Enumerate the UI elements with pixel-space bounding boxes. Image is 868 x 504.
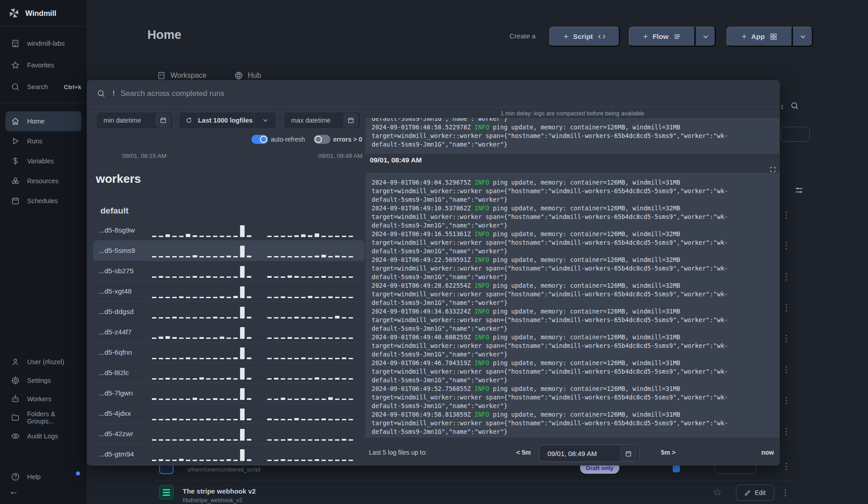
log-line: 2024-09-01T06:49:16.551361Z INFO ping up… [372,230,773,238]
worker-row-d5-gtm94[interactable]: ...d5-gtm94 [93,444,364,465]
sidebar-item-settings[interactable]: Settings [0,371,87,390]
worker-row-d5-7lgwn[interactable]: ...d5-7lgwn [93,383,364,404]
log-block-current: 2024-09-01T06:49:04.529675Z INFO ping up… [365,173,779,437]
worker-row-d5-z44f7[interactable]: ...d5-z44f7 [93,322,364,342]
worker-row-d5-l82lc[interactable]: ...d5-l82lc [93,363,364,383]
log-datetime-input[interactable]: 09/01, 08:49 AM [539,445,639,462]
help-icon [11,472,20,481]
log-line: target=windmill_worker::worker span={"ho… [372,213,773,221]
worker-row-d5-sb275[interactable]: ...d5-sb275 [93,261,364,281]
sidebar-item-variables[interactable]: Variables [5,151,81,171]
logfiles-selector[interactable]: Last 1000 logfiles [179,112,277,129]
sidebar-bottom-group: User (rfiszel)SettingsWorkersFolders & G… [0,352,87,445]
eye-icon [11,432,20,441]
sidebar-item-home[interactable]: Home [5,111,81,131]
app-dropdown-button[interactable] [793,27,813,47]
favorite-star-icon[interactable]: ☆ [712,486,722,498]
back-5m-button[interactable]: < 5m [516,449,531,456]
worker-activity-sparkline [152,285,355,298]
worker-activity-sparkline [152,447,355,461]
sidebar-item-resources[interactable]: Resources [5,171,81,191]
search-bar: ! [87,80,780,107]
worker-row-d5-xgt48[interactable]: ...d5-xgt48 [93,281,364,302]
calendar-icon[interactable] [156,114,170,127]
sidebar-item-runs[interactable]: Runs [5,131,81,151]
log-line: target=windmill_worker::worker span={"ho… [372,316,773,324]
log-datetime-value: 09/01, 08:49 AM [539,450,597,457]
worker-activity-sparkline [152,264,355,278]
kebab-menu-icon[interactable]: ⋮ [782,427,791,436]
expand-icon[interactable] [769,166,776,173]
kebab-menu-icon[interactable]: ⋮ [782,462,791,471]
globe-icon [234,71,243,80]
worker-row-d5-6qfnn[interactable]: ...d5-6qfnn [93,342,364,363]
sidebar-item-label: Resources [27,177,58,185]
calendar-icon[interactable] [344,114,358,127]
calendar-icon[interactable] [620,447,637,461]
dollar-icon [11,157,20,166]
plus-icon: + [563,32,568,42]
sidebar-item-audit-logs[interactable]: Audit Logs [0,427,87,445]
kebab-menu-icon[interactable]: ⋮ [782,303,791,312]
sidebar-item-favorites[interactable]: Favorites [0,54,87,76]
search-input[interactable] [121,89,780,98]
errors-toggle[interactable] [314,135,330,144]
log-line: 2024-09-01T06:48:58.522978Z INFO ping up… [372,123,773,132]
sidebar-item-label: Favorites [27,62,54,69]
sidebar-item-label: windmill-labs [27,40,65,47]
worker-name: ...d5-l82lc [99,369,144,377]
logfiles-selector-value: Last 1000 logfiles [193,117,253,124]
create-flow-button[interactable]: + Flow [629,27,695,47]
item-path: u/henri/unencumbered_script [187,466,260,473]
collapse-sidebar-button[interactable]: ← [9,486,19,497]
min-datetime-input[interactable]: min datetime [96,112,173,129]
kebab-menu-icon[interactable]: ⋮ [782,334,791,342]
item-path: f/bd/stripe_webhook_v2 [183,497,242,504]
kebab-menu-icon[interactable]: ⋮ [782,241,791,250]
log-line: 2024-09-01T06:49:10.537862Z INFO ping up… [372,204,773,213]
kebab-menu-icon[interactable]: ⋮ [781,488,790,497]
sidebar-item-workers[interactable]: Workers [0,390,87,408]
search-icon[interactable] [790,101,799,110]
kebab-menu-icon[interactable]: ⋮ [782,210,791,219]
windmill-app: Windmill windmill-labsFavoritesSearchCtr… [0,0,868,504]
now-button[interactable]: now [761,449,774,456]
create-app-button[interactable]: + App [726,27,793,47]
kebab-menu-icon[interactable]: ⋮ [782,396,791,404]
chevron-down-icon [702,33,710,41]
edit-button[interactable]: Edit [736,485,774,501]
worker-row-d5-8sg9w[interactable]: ...d5-8sg9w [93,220,364,241]
log-line: default-5sms9-Jmn1G","name":"worker"} [372,221,773,230]
worker-row-d5-42zwr[interactable]: ...d5-42zwr [93,424,364,444]
create-script-button[interactable]: + Script [549,27,620,47]
sidebar-item-user-rfiszel[interactable]: User (rfiszel) [0,352,87,371]
auto-refresh-toggle[interactable] [251,135,268,144]
max-datetime-input[interactable]: max datetime [283,112,361,129]
worker-activity-sparkline [152,244,355,257]
kebab-menu-icon[interactable]: ⋮ [782,365,791,374]
sidebar-item-help[interactable]: Help [0,466,87,488]
worker-name: ...d5-7lgwn [99,389,144,397]
log-level-badge: INFO [475,204,490,212]
app-logo[interactable]: Windmill [0,0,87,27]
chevron-down-icon[interactable] [254,112,276,128]
sidebar-item-folders-groups[interactable]: Folders & Groups... [0,408,87,427]
log-level-badge: INFO [475,359,490,366]
log-line: 2024-09-01T06:49:52.756855Z INFO ping up… [372,385,773,393]
sliders-icon[interactable] [794,185,804,195]
kebab-menu-icon[interactable]: ⋮ [782,272,791,281]
forward-5m-button[interactable]: 5m > [661,449,675,456]
worker-row-d5-ddgsd[interactable]: ...d5-ddgsd [93,302,364,322]
worker-row-d5-4jdxx[interactable]: ...d5-4jdxx [93,404,364,424]
flow-dropdown-button[interactable] [696,27,716,47]
sidebar-top-group: windmill-labsFavoritesSearchCtrl+k [0,27,87,103]
worker-row-d5-5sms9[interactable]: ...d5-5sms9 [93,241,364,261]
worker-activity-sparkline [152,366,355,380]
timeline-end-label: 09/01, 08:49 AM [313,152,363,159]
sidebar: Windmill windmill-labsFavoritesSearchCtr… [0,0,87,504]
sidebar-item-windmill-labs[interactable]: windmill-labs [0,33,87,54]
log-level-badge: INFO [475,179,490,186]
sidebar-item-schedules[interactable]: Schedules [5,191,81,211]
search-icon [11,82,20,91]
sidebar-item-search[interactable]: SearchCtrl+k [0,76,87,98]
